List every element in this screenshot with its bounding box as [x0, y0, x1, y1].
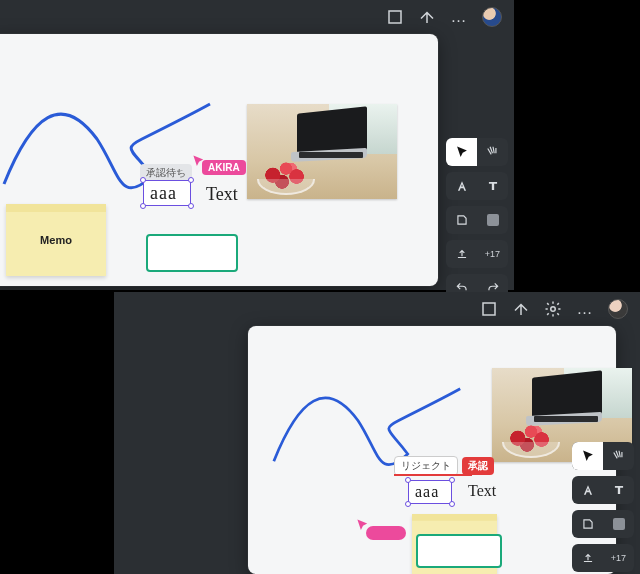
- text-object[interactable]: Text: [206, 184, 238, 205]
- decision-row: リジェクト 承認: [394, 456, 494, 476]
- font-tool[interactable]: [572, 476, 603, 504]
- tool-row-select: [572, 442, 634, 470]
- image-object[interactable]: [247, 104, 397, 199]
- select-tool[interactable]: [572, 442, 603, 470]
- fill-tool[interactable]: [603, 510, 634, 538]
- more-tools[interactable]: +17: [477, 240, 508, 268]
- upload-tool[interactable]: [572, 544, 603, 572]
- more-tools[interactable]: +17: [603, 544, 634, 572]
- tool-row-share: +17: [572, 544, 634, 572]
- screenshot-bottom: … Memo リジェクト 承認 aaa Text: [114, 292, 640, 574]
- tool-row-select: [446, 138, 508, 166]
- hand-tool[interactable]: [477, 138, 508, 166]
- shape-tool[interactable]: [446, 206, 477, 234]
- tool-row-share: +17: [446, 240, 508, 268]
- frame-icon[interactable]: [480, 300, 498, 318]
- text-tool[interactable]: [603, 476, 634, 504]
- shape-rectangle[interactable]: [416, 534, 502, 568]
- avatar[interactable]: [608, 299, 628, 319]
- screenshot-top: … Memo 承認待ち AKIRA aaa Text: [0, 0, 514, 290]
- fill-tool[interactable]: [477, 206, 508, 234]
- textbox-value: aaa: [150, 183, 177, 204]
- hand-tool[interactable]: [603, 442, 634, 470]
- tool-row-text: [446, 172, 508, 200]
- tool-row-shape: [572, 510, 634, 538]
- textbox-value: aaa: [415, 483, 439, 501]
- tool-row-text: [572, 476, 634, 504]
- shape-rectangle[interactable]: [146, 234, 238, 272]
- more-icon[interactable]: …: [576, 300, 594, 318]
- user-pill: [366, 526, 406, 540]
- text-tool[interactable]: [477, 172, 508, 200]
- avatar[interactable]: [482, 7, 502, 27]
- svg-rect-1: [483, 303, 495, 315]
- textbox-selected[interactable]: aaa: [143, 180, 191, 206]
- upload-tool[interactable]: [446, 240, 477, 268]
- settings-icon[interactable]: [544, 300, 562, 318]
- annotation-underline: [394, 474, 472, 476]
- tool-row-shape: [446, 206, 508, 234]
- svg-point-2: [551, 307, 556, 312]
- tool-panel: +17: [572, 442, 634, 574]
- shape-tool[interactable]: [572, 510, 603, 538]
- top-bar: …: [480, 292, 640, 326]
- sticky-note[interactable]: Memo: [6, 204, 106, 276]
- sticky-note-text: Memo: [40, 234, 72, 246]
- canvas-area[interactable]: Memo リジェクト 承認 aaa Text: [248, 326, 616, 574]
- font-tool[interactable]: [446, 172, 477, 200]
- share-icon[interactable]: [512, 300, 530, 318]
- svg-rect-0: [389, 11, 401, 23]
- text-object[interactable]: Text: [468, 482, 496, 500]
- top-bar: …: [386, 0, 514, 34]
- user-badge: AKIRA: [202, 160, 246, 175]
- approve-button[interactable]: 承認: [462, 457, 494, 475]
- canvas-area[interactable]: Memo 承認待ち AKIRA aaa Text: [0, 34, 438, 286]
- textbox-selected[interactable]: aaa: [408, 480, 452, 504]
- tool-panel: +17: [446, 138, 508, 302]
- reject-button[interactable]: リジェクト: [394, 456, 458, 476]
- share-icon[interactable]: [418, 8, 436, 26]
- more-icon[interactable]: …: [450, 8, 468, 26]
- select-tool[interactable]: [446, 138, 477, 166]
- frame-icon[interactable]: [386, 8, 404, 26]
